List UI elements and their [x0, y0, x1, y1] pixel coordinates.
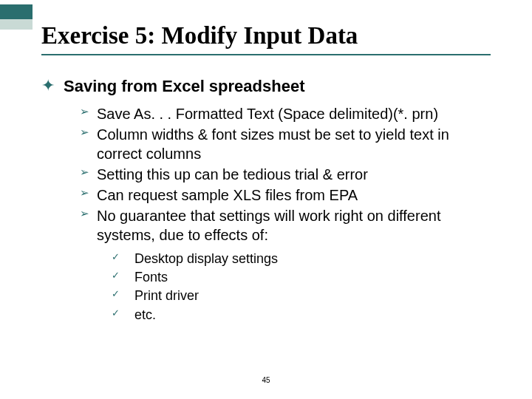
- check-icon: ✓: [112, 269, 120, 286]
- level2-list: ➢ Save As. . . Formatted Text (Space del…: [80, 104, 491, 245]
- level2-text: Column widths & font sizes must be set t…: [97, 125, 491, 163]
- decor-stripe-light: [0, 19, 33, 30]
- chevron-icon: ➢: [80, 185, 89, 205]
- arrow-icon: ✦: [41, 76, 55, 97]
- level3-text: Desktop display settings: [134, 250, 278, 267]
- chevron-icon: ➢: [80, 206, 89, 245]
- chevron-icon: ➢: [80, 104, 89, 123]
- list-item: ✓ Fonts: [112, 269, 491, 286]
- list-item: ✓ etc.: [112, 307, 491, 324]
- page-title: Exercise 5: Modify Input Data: [41, 22, 491, 55]
- list-item: ➢ No guarantee that settings will work r…: [80, 206, 491, 245]
- level2-text: No guarantee that settings will work rig…: [97, 206, 491, 245]
- level3-text: Fonts: [134, 269, 168, 286]
- level3-text: Print driver: [134, 287, 199, 304]
- check-icon: ✓: [112, 307, 120, 324]
- level2-text: Can request sample XLS files from EPA: [97, 185, 358, 205]
- list-item: ➢ Setting this up can be tedious trial &…: [80, 165, 491, 184]
- list-item: ➢ Column widths & font sizes must be set…: [80, 125, 491, 163]
- chevron-icon: ➢: [80, 165, 89, 184]
- level2-text: Save As. . . Formatted Text (Space delim…: [97, 104, 438, 123]
- chevron-icon: ➢: [80, 125, 89, 163]
- list-item: ✓ Desktop display settings: [112, 250, 491, 267]
- decor-stripe-dark: [0, 4, 33, 19]
- list-item: ➢ Save As. . . Formatted Text (Space del…: [80, 104, 491, 123]
- page-number: 45: [0, 376, 532, 384]
- check-icon: ✓: [112, 250, 120, 267]
- check-icon: ✓: [112, 287, 120, 304]
- level1-text: Saving from Excel spreadsheet: [64, 76, 304, 97]
- level2-text: Setting this up can be tedious trial & e…: [97, 165, 368, 184]
- slide-body: Exercise 5: Modify Input Data ✦ Saving f…: [0, 0, 532, 324]
- bullet-level1: ✦ Saving from Excel spreadsheet: [41, 76, 491, 97]
- list-item: ➢ Can request sample XLS files from EPA: [80, 185, 491, 205]
- list-item: ✓ Print driver: [112, 287, 491, 304]
- level3-list: ✓ Desktop display settings ✓ Fonts ✓ Pri…: [112, 250, 491, 324]
- level3-text: etc.: [134, 307, 156, 324]
